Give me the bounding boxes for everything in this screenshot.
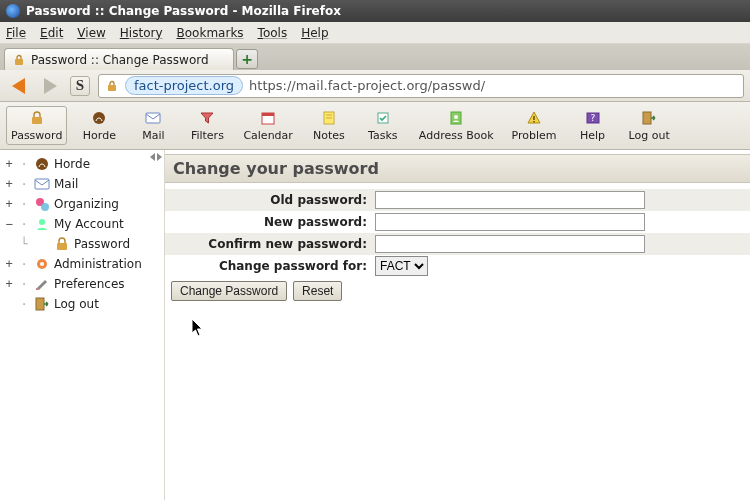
toolbar-help[interactable]: ?Help	[571, 107, 615, 144]
tree-expander[interactable]: +	[4, 157, 14, 171]
tree-expander[interactable]: −	[4, 217, 14, 231]
toolbar-label: Calendar	[243, 129, 292, 142]
svg-point-25	[40, 262, 44, 266]
row-password-for: Change password for: FACT	[165, 255, 750, 277]
tab-label: Password :: Change Password	[31, 53, 209, 67]
row-confirm-password: Confirm new password:	[165, 233, 750, 255]
tree-label: Administration	[54, 257, 142, 271]
button-row: Change Password Reset	[165, 277, 750, 305]
toolbar-label: Address Book	[419, 129, 494, 142]
svg-rect-26	[36, 288, 39, 290]
svg-rect-23	[57, 243, 67, 250]
tree-item-my-account[interactable]: −·My Account	[2, 214, 162, 234]
tree-label: Horde	[54, 157, 90, 171]
toolbar-problem[interactable]: Problem	[508, 107, 561, 144]
logout-icon	[34, 296, 50, 312]
logout-icon	[639, 109, 659, 127]
page-heading: Change your password	[165, 154, 750, 183]
url-text: https://mail.fact-project.org/passwd/	[249, 78, 485, 93]
tree-item-administration[interactable]: +·Administration	[2, 254, 162, 274]
tree-expander[interactable]: +	[4, 177, 14, 191]
tab-active[interactable]: Password :: Change Password	[4, 48, 234, 70]
tree-item-organizing[interactable]: +·Organizing	[2, 194, 162, 214]
toolbar-password[interactable]: Password	[6, 106, 67, 145]
menu-view[interactable]: View	[77, 26, 105, 40]
tree-label: Mail	[54, 177, 78, 191]
arrow-left-icon	[12, 78, 25, 94]
notes-icon	[319, 109, 339, 127]
firefox-menubar: File Edit View History Bookmarks Tools H…	[0, 22, 750, 44]
toolbar-label: Problem	[512, 129, 557, 142]
firefox-icon	[6, 4, 20, 18]
toolbar-horde[interactable]: Horde	[77, 107, 121, 144]
svg-rect-4	[146, 113, 160, 123]
row-old-password: Old password:	[165, 189, 750, 211]
reset-button[interactable]: Reset	[293, 281, 342, 301]
nav-toolbar: S fact-project.org https://mail.fact-pro…	[0, 70, 750, 102]
lock-icon	[27, 109, 47, 127]
tree-item-horde[interactable]: +·Horde	[2, 154, 162, 174]
horde-icon	[89, 109, 109, 127]
svg-rect-17	[643, 112, 651, 124]
toolbar-tasks[interactable]: Tasks	[361, 107, 405, 144]
label-old-password: Old password:	[165, 193, 375, 207]
sidebar: +·Horde+·Mail+·Organizing−·My Account└Pa…	[0, 150, 165, 500]
site-identity-icon[interactable]	[105, 79, 119, 93]
content: Change your password Old password: New p…	[165, 150, 750, 500]
horde-icon	[34, 156, 50, 172]
label-confirm-password: Confirm new password:	[165, 237, 375, 251]
new-tab-button[interactable]: +	[236, 49, 258, 69]
input-new-password[interactable]	[375, 213, 645, 231]
menu-edit[interactable]: Edit	[40, 26, 63, 40]
tree-expander[interactable]: +	[4, 197, 14, 211]
input-confirm-password[interactable]	[375, 235, 645, 253]
svg-rect-1	[108, 85, 116, 91]
addressbook-icon	[446, 109, 466, 127]
tree-expander[interactable]: +	[4, 257, 14, 271]
admin-icon	[34, 256, 50, 272]
url-bar[interactable]: fact-project.org https://mail.fact-proje…	[98, 74, 744, 98]
scroogle-button[interactable]: S	[70, 76, 90, 96]
back-button[interactable]	[6, 74, 30, 98]
toolbar-addressbook[interactable]: Address Book	[415, 107, 498, 144]
mail-icon	[34, 176, 50, 192]
toolbar-logout[interactable]: Log out	[625, 107, 674, 144]
account-icon	[34, 216, 50, 232]
toolbar-calendar[interactable]: Calendar	[239, 107, 296, 144]
select-password-for[interactable]: FACT	[375, 256, 428, 276]
forward-button[interactable]	[38, 74, 62, 98]
menu-help[interactable]: Help	[301, 26, 328, 40]
svg-rect-13	[533, 116, 534, 120]
toolbar-mail[interactable]: Mail	[131, 107, 175, 144]
tree-label: Password	[74, 237, 130, 251]
toolbar-label: Log out	[629, 129, 670, 142]
tree-item-mail[interactable]: +·Mail	[2, 174, 162, 194]
toolbar-notes[interactable]: Notes	[307, 107, 351, 144]
svg-rect-19	[35, 179, 49, 189]
organizing-icon	[34, 196, 50, 212]
window-title: Password :: Change Password - Mozilla Fi…	[26, 4, 341, 18]
toolbar-label: Notes	[313, 129, 345, 142]
tree-item-password[interactable]: └Password	[2, 234, 162, 254]
menu-file[interactable]: File	[6, 26, 26, 40]
menu-history[interactable]: History	[120, 26, 163, 40]
arrow-right-icon	[44, 78, 57, 94]
toolbar-filters[interactable]: Filters	[185, 107, 229, 144]
lock-icon	[54, 236, 70, 252]
prefs-icon	[34, 276, 50, 292]
tree-item-log-out[interactable]: ·Log out	[2, 294, 162, 314]
toolbar-label: Filters	[191, 129, 224, 142]
tree-label: Log out	[54, 297, 99, 311]
toolbar-label: Password	[11, 129, 62, 142]
problem-icon	[524, 109, 544, 127]
tree-expander[interactable]: +	[4, 277, 14, 291]
sidebar-collapse-grip[interactable]	[150, 150, 162, 164]
submit-button[interactable]: Change Password	[171, 281, 287, 301]
menu-tools[interactable]: Tools	[258, 26, 288, 40]
toolbar-label: Mail	[142, 129, 164, 142]
menu-bookmarks[interactable]: Bookmarks	[177, 26, 244, 40]
label-new-password: New password:	[165, 215, 375, 229]
input-old-password[interactable]	[375, 191, 645, 209]
tree-item-preferences[interactable]: +·Preferences	[2, 274, 162, 294]
site-identity-pill[interactable]: fact-project.org	[125, 76, 243, 95]
